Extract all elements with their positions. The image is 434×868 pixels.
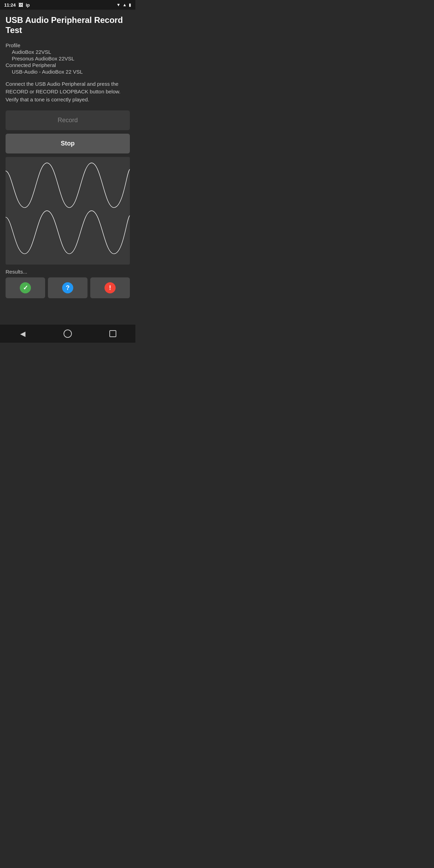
result-error-button[interactable]: ! <box>90 277 130 298</box>
nav-bar: ◀ <box>0 325 135 343</box>
profile-section: Profile AudioBox 22VSL Presonus AudioBox… <box>6 42 130 75</box>
question-icon: ? <box>62 282 73 293</box>
signal-icon: ▲ <box>123 2 127 7</box>
back-icon: ◀ <box>20 329 25 338</box>
profile-label: Profile <box>6 42 130 48</box>
peripheral-name: USB-Audio - AudioBox 22 VSL <box>6 69 130 75</box>
stop-button[interactable]: Stop <box>6 134 130 153</box>
recents-icon <box>109 330 116 337</box>
ip-label: ip <box>26 2 30 8</box>
success-icon: ✓ <box>20 282 31 293</box>
waveform-display <box>6 157 130 265</box>
status-right: ▼ ▲ ▮ <box>116 2 131 7</box>
profile-name: AudioBox 22VSL <box>6 49 130 55</box>
back-button[interactable]: ◀ <box>16 327 30 341</box>
status-left: 11:24 🖼 ip <box>4 2 30 8</box>
page-title: USB Audio Peripheral Record Test <box>6 15 130 35</box>
time-display: 11:24 <box>4 2 16 8</box>
home-button[interactable] <box>61 327 75 341</box>
wifi-icon: ▼ <box>116 2 120 7</box>
record-button[interactable]: Record <box>6 110 130 130</box>
status-bar: 11:24 🖼 ip ▼ ▲ ▮ <box>0 0 135 10</box>
result-success-button[interactable]: ✓ <box>6 277 45 298</box>
peripheral-label: Connected Peripheral <box>6 62 130 68</box>
description-text: Connect the USB Audio Peripheral and pre… <box>6 80 130 104</box>
results-label: Results... <box>6 269 130 275</box>
image-icon: 🖼 <box>18 2 23 8</box>
recents-button[interactable] <box>106 327 120 341</box>
main-content: USB Audio Peripheral Record Test Profile… <box>0 10 135 304</box>
battery-icon: ▮ <box>129 2 131 7</box>
error-icon: ! <box>105 282 116 293</box>
results-buttons: ✓ ? ! <box>6 277 130 298</box>
result-question-button[interactable]: ? <box>48 277 87 298</box>
home-icon <box>64 329 72 338</box>
profile-sub: Presonus AudioBox 22VSL <box>6 56 130 61</box>
waveform-svg <box>6 157 130 265</box>
